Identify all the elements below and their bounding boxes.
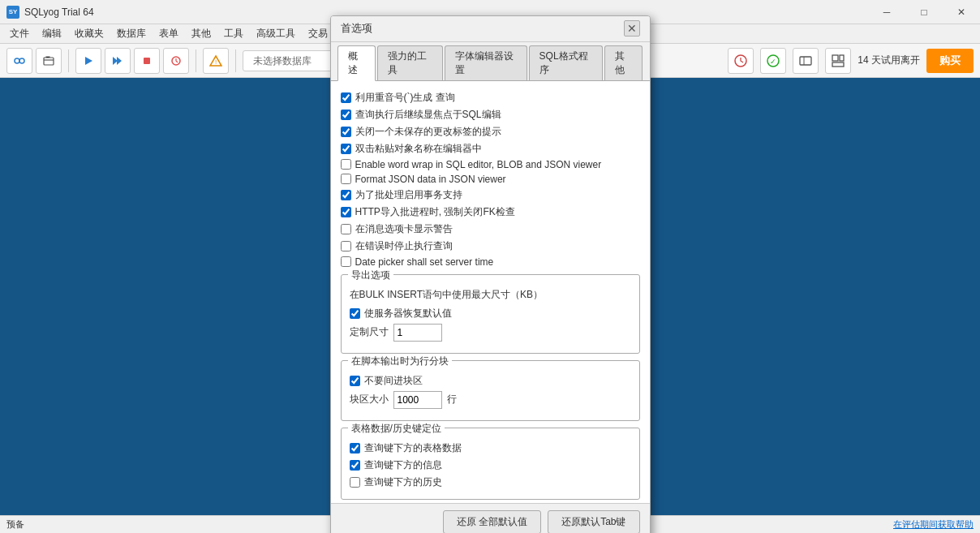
warning-button[interactable]: !	[203, 48, 229, 74]
menu-other[interactable]: 其他	[185, 25, 217, 42]
app-title: SQLyog Trial 64	[24, 6, 94, 18]
menu-edit[interactable]: 编辑	[36, 25, 68, 42]
tab-power-tools[interactable]: 强力的工具	[377, 45, 442, 80]
window-controls: ─ □ ✕	[868, 0, 980, 24]
checkbox-label-5: Format JSON data in JSON viewer	[355, 174, 506, 185]
checkbox-label-7: HTTP导入批进程时, 强制关闭FK检查	[355, 205, 515, 219]
checkbox-10[interactable]	[341, 256, 351, 267]
close-button[interactable]: ✕	[943, 0, 980, 24]
block-size-row: 块区大小 行	[350, 391, 631, 409]
checkbox-3[interactable]	[341, 144, 351, 154]
table-cb2[interactable]	[350, 460, 360, 471]
svg-rect-18	[832, 62, 844, 67]
svg-text:!: !	[215, 58, 217, 66]
maximize-button[interactable]: □	[905, 0, 943, 24]
menu-advanced-tools[interactable]: 高级工具	[250, 25, 302, 42]
dialog-tabs: 概述 强力的工具 字体编辑器设置 SQL格式程序 其他	[331, 42, 650, 81]
dialog-titlebar: 首选项 ✕	[331, 16, 650, 42]
toolbar-separator-3	[235, 49, 236, 72]
schema-button[interactable]	[793, 48, 819, 74]
menu-file[interactable]: 文件	[3, 25, 36, 42]
dialog-overlay: 首选项 ✕ 概述 强力的工具 字体编辑器设置 SQL格式程序 其他 利用重音号(…	[0, 78, 980, 515]
svg-text:✓: ✓	[770, 58, 776, 66]
menu-tools[interactable]: 工具	[217, 25, 250, 42]
minimize-button[interactable]: ─	[868, 0, 905, 24]
restore-all-button[interactable]: 还原 全部默认值	[443, 510, 541, 534]
checkbox-row-5: Format JSON data in JSON viewer	[341, 174, 640, 185]
checkbox-9[interactable]	[341, 241, 351, 251]
main-area: 首选项 ✕ 概述 强力的工具 字体编辑器设置 SQL格式程序 其他 利用重音号(…	[0, 78, 980, 515]
checkbox-4[interactable]	[341, 159, 351, 170]
block-size-input[interactable]	[393, 391, 442, 409]
checkbox-6[interactable]	[341, 190, 351, 200]
checkbox-row-0: 利用重音号(`)生成 查询	[341, 91, 640, 105]
menu-database[interactable]: 数据库	[110, 25, 153, 42]
checkbox-7[interactable]	[341, 207, 351, 217]
restore-default-label: 使服务器恢复默认值	[364, 307, 452, 320]
table-cb2-label: 查询键下方的信息	[364, 458, 442, 472]
checkbox-5[interactable]	[341, 174, 351, 184]
checkbox-row-1: 查询执行后继续显焦点于SQL编辑	[341, 108, 640, 122]
checkbox-label-10: Date picker shall set server time	[355, 256, 494, 268]
notifications-button[interactable]: ✓	[760, 48, 786, 74]
history-button[interactable]	[728, 48, 754, 74]
dialog-close-button[interactable]: ✕	[624, 20, 640, 37]
menu-favorites[interactable]: 收藏夹	[68, 25, 110, 42]
svg-rect-6	[144, 58, 150, 64]
checkbox-2[interactable]	[341, 127, 351, 137]
checkbox-label-6: 为了批处理启用事务支持	[355, 188, 462, 202]
execute-button[interactable]	[75, 48, 101, 74]
checkbox-label-0: 利用重音号(`)生成 查询	[355, 91, 455, 105]
tab-sql-formatter[interactable]: SQL格式程序	[529, 45, 603, 80]
table-cb1-label: 查询键下方的表格数据	[364, 441, 462, 455]
dialog-content: 利用重音号(`)生成 查询 查询执行后继续显焦点于SQL编辑 关闭一个未保存的更…	[331, 81, 650, 503]
buy-button[interactable]: 购买	[926, 49, 974, 73]
no-interval-label: 不要间进块区	[364, 374, 423, 388]
checkbox-label-8: 在消息选项卡显示警告	[355, 222, 453, 236]
svg-rect-2	[44, 58, 54, 65]
tab-overview[interactable]: 概述	[337, 45, 376, 81]
execute-all-button[interactable]	[105, 48, 131, 74]
svg-rect-14	[800, 57, 811, 65]
table-cb3-label: 查询键下方的历史	[364, 475, 442, 489]
export-section-title: 导出选项	[348, 269, 393, 282]
toolbar-separator-2	[196, 49, 196, 72]
stop-button[interactable]	[134, 48, 160, 74]
svg-rect-17	[840, 55, 844, 61]
status-right[interactable]: 在评估期间获取帮助	[893, 518, 974, 531]
checkbox-label-9: 在错误时停止执行查询	[355, 239, 453, 253]
layout-button[interactable]	[825, 48, 851, 74]
checkbox-1[interactable]	[341, 110, 351, 120]
dialog-title: 首选项	[341, 21, 372, 36]
checkbox-row-7: HTTP导入批进程时, 强制关闭FK检查	[341, 205, 640, 219]
block-size-unit: 行	[447, 393, 457, 406]
preferences-dialog: 首选项 ✕ 概述 强力的工具 字体编辑器设置 SQL格式程序 其他 利用重音号(…	[330, 15, 651, 534]
restore-tab-button[interactable]: 还原默认Tab键	[548, 510, 639, 534]
new-connection-button[interactable]	[6, 48, 32, 74]
menu-table[interactable]: 表单	[153, 25, 185, 42]
svg-rect-16	[832, 55, 838, 61]
checkbox-label-3: 双击粘贴对象名称在编辑器中	[355, 142, 482, 156]
table-section: 表格数据/历史键定位 查询键下方的表格数据 查询键下方的信息 查询键下方的历史	[341, 428, 640, 500]
table-cb1[interactable]	[350, 443, 360, 453]
checkbox-row-6: 为了批处理启用事务支持	[341, 188, 640, 202]
tab-font-editor[interactable]: 字体编辑器设置	[445, 45, 527, 80]
checkbox-label-2: 关闭一个未保存的更改标签的提示	[355, 125, 501, 139]
checkbox-label-4: Enable word wrap in SQL editor, BLOB and…	[355, 159, 602, 170]
checkbox-8[interactable]	[341, 224, 351, 234]
open-file-button[interactable]	[36, 48, 62, 74]
tab-other[interactable]: 其他	[604, 45, 643, 80]
table-cb3[interactable]	[350, 477, 360, 488]
script-section-title: 在脚本输出时为行分块	[348, 355, 452, 368]
app-icon: SY	[6, 6, 19, 19]
custom-size-input[interactable]	[393, 324, 442, 342]
toolbar-separator-1	[68, 49, 69, 72]
checkbox-0[interactable]	[341, 92, 351, 103]
script-section: 在脚本输出时为行分块 不要间进块区 块区大小 行	[341, 360, 640, 421]
restore-default-checkbox[interactable]	[350, 308, 360, 319]
restore-default-row: 使服务器恢复默认值	[350, 307, 631, 320]
table-cb1-row: 查询键下方的表格数据	[350, 441, 631, 455]
schedule-button[interactable]	[163, 48, 189, 74]
no-interval-checkbox[interactable]	[350, 376, 360, 386]
checkbox-row-9: 在错误时停止执行查询	[341, 239, 640, 253]
